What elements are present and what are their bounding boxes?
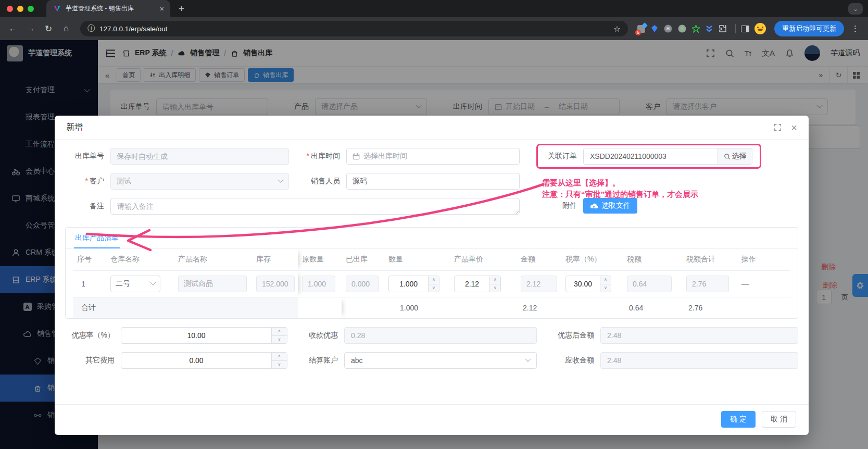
col-tax: 税额 bbox=[623, 248, 682, 271]
discount-rate-stepper[interactable]: 10.00∧∨ bbox=[121, 327, 287, 344]
receipt-discount-input: 0.28 bbox=[344, 327, 537, 344]
dialog-body: 出库单号 *出库时间 选择出库时间 关联订单 bbox=[55, 140, 809, 397]
dialog-footer: 确 定 取 消 bbox=[55, 404, 809, 435]
total-row: 合计 1.000 2.12 0.64 2.76 bbox=[73, 297, 790, 319]
maximize-window-button[interactable] bbox=[28, 6, 34, 12]
panel-tabs: 出库产品清单 bbox=[66, 228, 798, 248]
tax-rate-stepper[interactable]: 30.00∧∨ bbox=[565, 276, 611, 292]
side-panel-icon[interactable] bbox=[741, 26, 749, 32]
col-action: 操作 bbox=[737, 248, 790, 271]
order-no-input[interactable] bbox=[110, 148, 289, 165]
forward-icon[interactable]: → bbox=[23, 23, 39, 34]
chevron-down-icon bbox=[525, 356, 531, 362]
new-tab-button[interactable]: + bbox=[179, 3, 184, 15]
amount-input: 2.12 bbox=[521, 276, 557, 292]
minimize-window-button[interactable] bbox=[17, 6, 23, 12]
product-name-input: 测试商品 bbox=[178, 276, 247, 292]
stepper-down-icon[interactable]: ∨ bbox=[490, 284, 500, 292]
related-order-input[interactable] bbox=[584, 148, 718, 164]
dialog-fullscreen-icon[interactable] bbox=[774, 123, 782, 131]
total-tax-total: 2.76 bbox=[682, 297, 737, 319]
extension-kite-icon[interactable] bbox=[651, 25, 658, 32]
col-outbound: 已出库 bbox=[342, 248, 384, 271]
after-discount-label: 优惠后金额 bbox=[537, 331, 600, 340]
warehouse-select[interactable]: 二号 bbox=[110, 276, 160, 292]
remark-label: 备注 bbox=[65, 202, 110, 211]
chevron-down-icon bbox=[150, 280, 156, 285]
out-time-picker[interactable]: 选择出库时间 bbox=[346, 148, 520, 165]
extensions-puzzle-icon[interactable] bbox=[719, 24, 727, 33]
price-stepper[interactable]: 2.12∧∨ bbox=[454, 276, 501, 292]
total-qty: 1.000 bbox=[384, 297, 450, 319]
related-order-select-button[interactable]: 选择 bbox=[718, 148, 752, 164]
bookmark-star-icon[interactable]: ☆ bbox=[613, 24, 621, 34]
extension-diamond-icon bbox=[641, 22, 647, 28]
tab-close-icon[interactable]: × bbox=[160, 5, 164, 13]
stepper-down-icon[interactable]: ∨ bbox=[600, 284, 611, 292]
table-row: 1 二号 测试商品 152.000 1.000 0.000 1.000∧∨ 2.… bbox=[73, 271, 790, 297]
remark-textarea[interactable] bbox=[110, 198, 520, 215]
extension-dot-icon[interactable] bbox=[678, 24, 686, 33]
other-fee-stepper[interactable]: 0.00∧∨ bbox=[121, 352, 287, 369]
salesman-input[interactable] bbox=[346, 173, 520, 190]
orig-qty-input: 1.000 bbox=[302, 276, 335, 292]
col-qty: 数量 bbox=[384, 248, 450, 271]
cancel-button[interactable]: 取 消 bbox=[762, 411, 796, 428]
related-order-label: 关联订单 bbox=[546, 152, 583, 161]
extension-badge: 6 bbox=[635, 30, 641, 35]
stepper-down-icon[interactable]: ∨ bbox=[272, 336, 287, 344]
back-icon[interactable]: ← bbox=[5, 23, 21, 34]
stepper-up-icon[interactable]: ∧ bbox=[490, 276, 500, 284]
toolbar-divider bbox=[735, 24, 736, 33]
browser-tab[interactable]: 芋道管理系统 - 销售出库 × bbox=[46, 0, 170, 17]
stepper-down-icon[interactable]: ∨ bbox=[272, 361, 287, 369]
address-bar[interactable]: ⓘ 127.0.0.1/erp/sale/out ☆ bbox=[80, 21, 628, 36]
extension-double-chevron-icon[interactable] bbox=[706, 25, 713, 33]
stock-input: 152.000 bbox=[256, 276, 295, 292]
attachment-upload-button[interactable]: 选取文件 bbox=[583, 198, 637, 214]
calendar-icon bbox=[353, 153, 360, 160]
settle-account-select[interactable]: abc bbox=[344, 352, 537, 369]
product-list-panel: 出库产品清单 序号 仓库名称 产品名称 库存 原数量 bbox=[65, 227, 798, 319]
confirm-button[interactable]: 确 定 bbox=[721, 411, 756, 428]
site-info-icon[interactable]: ⓘ bbox=[87, 24, 95, 33]
tab-title: 芋道管理系统 - 销售出库 bbox=[66, 4, 155, 13]
col-index: 序号 bbox=[73, 248, 106, 271]
dialog-close-icon[interactable]: × bbox=[791, 122, 797, 133]
total-amount: 2.12 bbox=[517, 297, 561, 319]
row-index: 1 bbox=[73, 271, 106, 297]
col-product: 产品名称 bbox=[174, 248, 252, 271]
browser-menu-icon[interactable]: ⋮ bbox=[851, 24, 860, 33]
close-window-button[interactable] bbox=[7, 6, 13, 12]
tab-outbound-products[interactable]: 出库产品清单 bbox=[74, 228, 120, 248]
stepper-up-icon[interactable]: ∧ bbox=[600, 276, 611, 284]
customer-select[interactable]: 测试 bbox=[110, 173, 289, 190]
product-table: 序号 仓库名称 产品名称 库存 原数量 已出库 数量 产品单价 金额 税率（%）… bbox=[73, 248, 790, 318]
profile-avatar-icon[interactable] bbox=[754, 23, 766, 34]
annotation-note: 需要从这里【选择】。 注意：只有“审批”通过的销售订单，才会展示 bbox=[542, 177, 698, 200]
out-time-label: *出库时间 bbox=[289, 152, 346, 161]
search-icon bbox=[724, 153, 731, 160]
stepper-up-icon[interactable]: ∧ bbox=[272, 353, 287, 361]
salesman-label: 销售人员 bbox=[289, 177, 346, 186]
col-warehouse: 仓库名称 bbox=[106, 248, 174, 271]
col-orig-qty: 原数量 bbox=[298, 248, 342, 271]
extension-star-icon[interactable] bbox=[692, 25, 700, 33]
stepper-up-icon[interactable]: ∧ bbox=[429, 276, 439, 284]
stepper-down-icon[interactable]: ∨ bbox=[429, 284, 439, 292]
tab-search-chevron-icon[interactable]: ⌄ bbox=[848, 3, 863, 15]
outbound-qty-input: 0.000 bbox=[346, 276, 379, 292]
annotation-line: 注意：只有“审批”通过的销售订单，才会展示 bbox=[542, 189, 698, 200]
extension-command-icon[interactable]: ⌘ bbox=[664, 24, 672, 33]
browser-update-button[interactable]: 重新启动即可更新 bbox=[774, 21, 844, 36]
stepper-up-icon[interactable]: ∧ bbox=[272, 328, 287, 336]
reload-icon[interactable]: ↻ bbox=[41, 23, 56, 34]
receivable-label: 应收金额 bbox=[537, 356, 600, 365]
qty-stepper[interactable]: 1.000∧∨ bbox=[388, 276, 439, 292]
home-icon[interactable]: ⌂ bbox=[58, 23, 74, 34]
app-window: 芋道管理系统 支付管理 报表管理 工作流程 会员中心 商城系统 公众号管理 CR… bbox=[0, 40, 868, 449]
extension-icon[interactable]: 6 bbox=[637, 25, 645, 33]
order-no-label: 出库单号 bbox=[65, 152, 110, 161]
chevron-down-icon bbox=[278, 177, 283, 183]
other-fee-label: 其它费用 bbox=[65, 356, 121, 365]
